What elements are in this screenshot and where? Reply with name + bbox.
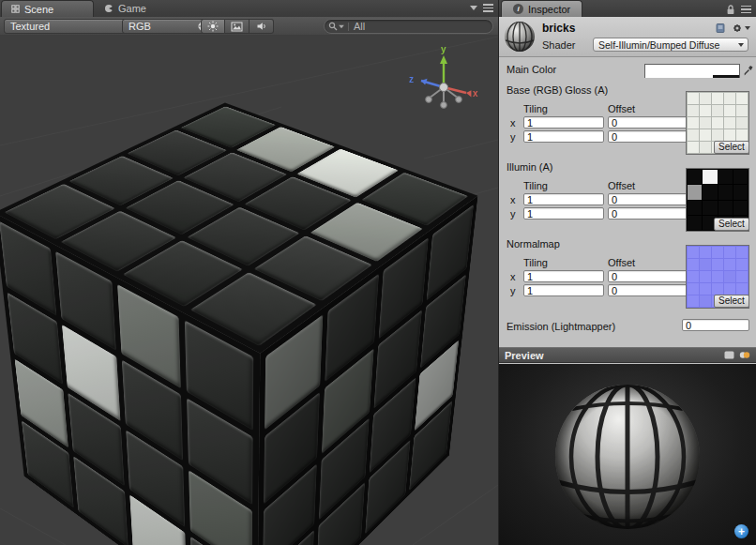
normalmap-offset-y-input[interactable] — [608, 284, 688, 296]
texture-section-normalmap: Normalmap Tiling Offset x y Select — [499, 238, 756, 315]
illumin-tiling-y-input[interactable] — [523, 207, 604, 220]
scene-panel: Scene Game Textured RGB — [0, 0, 498, 545]
scene-tab-label: Scene — [24, 4, 53, 15]
inspector-tabstrip: i Inspector — [499, 0, 756, 18]
textured-cube[interactable] — [120, 153, 381, 542]
preview-options-icon[interactable] — [739, 351, 750, 359]
orientation-gizmo[interactable]: z x y — [399, 44, 485, 125]
gizmo-y-label: y — [441, 44, 446, 54]
tab-inspector[interactable]: i Inspector — [501, 0, 582, 17]
normalmap-texture-select-button[interactable]: Select — [714, 295, 749, 308]
gizmo-z-axis: z — [409, 74, 444, 87]
y-axis-label: y — [510, 208, 520, 220]
inspector-tab-label: Inspector — [528, 4, 570, 15]
color-mode-value: RGB — [129, 21, 151, 32]
normalmap-tiling-x-input[interactable] — [523, 270, 604, 282]
gizmo-center — [440, 83, 448, 92]
draw-mode-dropdown[interactable]: Textured — [4, 19, 137, 34]
inspector-menu-icon[interactable] — [741, 6, 751, 14]
gizmo-x-label: x — [473, 88, 478, 98]
x-axis-label: x — [510, 271, 520, 282]
draw-mode-value: Textured — [10, 21, 50, 32]
tiling-header: Tiling — [523, 103, 604, 114]
gear-icon — [732, 23, 743, 34]
base-offset-x-input[interactable] — [608, 116, 688, 129]
emission-input[interactable] — [682, 319, 749, 331]
offset-header: Offset — [608, 257, 688, 268]
viewport-toggle-group — [201, 19, 274, 34]
y-axis-label: y — [510, 131, 520, 143]
illumin-texture-select-button[interactable]: Select — [714, 218, 749, 231]
search-filter-dropdown-icon[interactable] — [339, 24, 344, 28]
lock-icon[interactable] — [726, 4, 735, 15]
preview-popout-icon[interactable] — [724, 351, 734, 359]
chevron-down-icon — [745, 26, 750, 30]
image-icon — [231, 22, 243, 32]
material-name: bricks — [542, 22, 575, 35]
audio-toggle-button[interactable] — [249, 19, 274, 34]
tab-game[interactable]: Game — [95, 0, 184, 17]
panel-menu-icon[interactable] — [483, 4, 493, 12]
add-button[interactable]: + — [734, 524, 748, 538]
scene-viewport[interactable]: z x y — [0, 35, 498, 545]
tiling-header: Tiling — [523, 257, 604, 268]
preview-sphere — [499, 364, 756, 545]
texture-section-label: Base (RGB) Gloss (A) — [507, 84, 608, 96]
texture-section-label: Normalmap — [507, 238, 560, 250]
base-tiling-y-input[interactable] — [523, 130, 604, 143]
panel-layout-dropdown-icon[interactable] — [470, 6, 477, 10]
preview-header[interactable]: Preview — [499, 347, 756, 363]
normalmap-offset-x-input[interactable] — [608, 270, 688, 282]
help-book-icon[interactable] — [715, 23, 726, 34]
lighting-toggle-button[interactable] — [201, 19, 225, 34]
gizmo-z-label: z — [409, 74, 414, 84]
material-sphere-icon — [504, 21, 536, 53]
tiling-offset-grid: Tiling Offset x y — [510, 101, 688, 144]
gizmo-y-axis: y — [440, 44, 447, 87]
main-color-row: Main Color — [499, 64, 756, 79]
gizmo-handle — [426, 97, 432, 103]
base-tiling-x-input[interactable] — [523, 116, 604, 129]
tab-scene[interactable]: Scene — [1, 0, 94, 17]
material-header: bricks Shader Self-Illumin/Bumped Diffus… — [499, 17, 756, 57]
inspector-panel: i Inspector — [499, 0, 756, 545]
game-tab-label: Game — [118, 3, 146, 14]
preview-title: Preview — [505, 350, 544, 361]
scene-tab-icon — [11, 5, 20, 13]
search-filter-value: All — [354, 21, 365, 32]
shader-dropdown[interactable]: Self-Illumin/Bumped Diffuse — [593, 38, 748, 52]
material-options-button[interactable] — [732, 23, 750, 34]
search-separator — [348, 23, 349, 31]
speaker-icon — [256, 21, 267, 32]
search-input[interactable]: All — [324, 19, 493, 34]
sun-icon — [207, 21, 219, 32]
scene-tabstrip: Scene Game — [0, 0, 498, 18]
eyedropper-icon[interactable] — [743, 64, 754, 76]
normalmap-tiling-y-input[interactable] — [523, 284, 604, 296]
texture-section-label: Illumin (A) — [507, 161, 553, 173]
color-mode-dropdown[interactable]: RGB — [122, 19, 208, 34]
illumin-offset-x-input[interactable] — [608, 193, 688, 205]
y-axis-label: y — [510, 285, 520, 296]
illumin-offset-y-input[interactable] — [608, 207, 688, 220]
tiling-offset-grid: Tiling Offset x y — [510, 255, 688, 297]
chevron-down-icon — [738, 43, 744, 47]
base-offset-y-input[interactable] — [608, 130, 688, 143]
game-tab-icon — [104, 4, 113, 13]
material-preview[interactable]: + — [499, 364, 756, 545]
image-effects-toggle-button[interactable] — [225, 19, 249, 34]
shader-label: Shader — [542, 39, 575, 51]
texture-section-base: Base (RGB) Gloss (A) Tiling Offset x y S… — [499, 84, 756, 161]
scene-toolbar: Textured RGB — [0, 17, 498, 36]
x-axis-label: x — [510, 117, 520, 129]
offset-header: Offset — [608, 103, 688, 114]
offset-header: Offset — [608, 180, 688, 191]
gizmo-handle — [456, 97, 462, 103]
tiling-offset-grid: Tiling Offset x y — [510, 178, 688, 220]
shader-value: Self-Illumin/Bumped Diffuse — [598, 39, 719, 51]
main-color-swatch[interactable] — [644, 64, 740, 78]
emission-row: Emission (Lightmapper) — [499, 319, 756, 334]
illumin-tiling-x-input[interactable] — [523, 193, 604, 205]
emission-label: Emission (Lightmapper) — [507, 321, 615, 332]
base-texture-select-button[interactable]: Select — [714, 141, 749, 154]
